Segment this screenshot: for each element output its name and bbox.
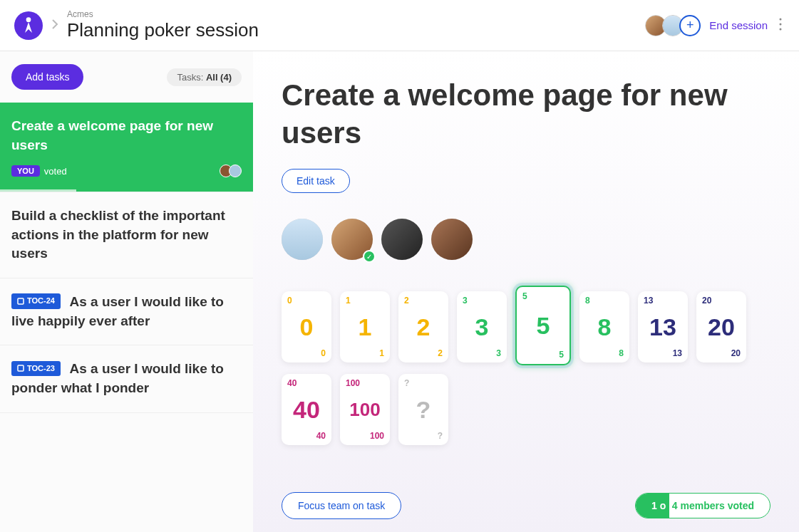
- card-corner: ?: [404, 378, 409, 388]
- sidebar: Add tasks Tasks: All (4) Create a welcom…: [0, 51, 253, 532]
- main-panel: Create a welcome page for new users Edit…: [253, 51, 799, 532]
- layout: Add tasks Tasks: All (4) Create a welcom…: [0, 51, 799, 532]
- add-member-button[interactable]: +: [679, 15, 701, 36]
- poker-card-13[interactable]: 131313: [638, 291, 688, 363]
- tasks-filter[interactable]: Tasks: All (4): [167, 68, 242, 86]
- task-item[interactable]: Create a welcome page for new users YOU …: [0, 103, 253, 192]
- header-right: + End session: [645, 15, 785, 36]
- tasks-filter-value: All (4): [206, 72, 232, 83]
- check-icon: ✓: [363, 250, 376, 263]
- link-icon: [17, 365, 24, 372]
- card-value: 1: [359, 313, 372, 341]
- vote-badge: YOU voted: [11, 165, 67, 177]
- edit-task-button[interactable]: Edit task: [282, 169, 350, 193]
- sidebar-header: Add tasks Tasks: All (4): [0, 51, 253, 103]
- participants: ✓: [282, 219, 770, 260]
- svg-point-3: [780, 28, 782, 30]
- cards-grid: 0001112223335558881313132020204040401001…: [282, 291, 770, 445]
- card-corner: 3: [496, 348, 501, 358]
- card-value: 2: [417, 313, 431, 341]
- card-corner: 1: [379, 348, 384, 358]
- card-value: 40: [293, 396, 320, 424]
- card-corner: 0: [287, 296, 292, 306]
- card-corner: 8: [585, 296, 590, 306]
- participant-avatar[interactable]: ✓: [331, 219, 373, 260]
- voted-status-text: 1 of 4 members voted: [636, 494, 770, 518]
- svg-rect-5: [18, 365, 24, 371]
- menu-dots-icon[interactable]: [776, 15, 785, 36]
- end-session-button[interactable]: End session: [709, 19, 768, 31]
- card-corner: 20: [731, 348, 741, 358]
- bottom-bar: Focus team on task 1 of 4 members voted: [282, 492, 770, 519]
- task-meta: YOU voted: [11, 165, 242, 177]
- poker-card-40[interactable]: 404040: [282, 374, 331, 445]
- add-tasks-button[interactable]: Add tasks: [11, 64, 83, 90]
- chevron-right-icon: [51, 19, 58, 33]
- poker-card-1[interactable]: 111: [340, 291, 390, 363]
- card-corner: 100: [346, 378, 360, 388]
- card-corner: 5: [522, 291, 527, 301]
- card-value: 20: [708, 313, 735, 341]
- card-corner: 40: [316, 431, 326, 441]
- toc-badge: TOC-24: [11, 293, 61, 308]
- card-corner: 0: [321, 348, 326, 358]
- logo-icon: [21, 16, 36, 36]
- card-value: 5: [537, 312, 550, 340]
- poker-card-3[interactable]: 333: [457, 291, 507, 363]
- svg-rect-4: [18, 298, 24, 304]
- card-corner: 5: [559, 350, 564, 360]
- participant-avatar[interactable]: [282, 219, 323, 260]
- poker-card-2[interactable]: 222: [398, 291, 448, 363]
- mini-avatars: [223, 165, 242, 177]
- card-corner: ?: [438, 431, 443, 441]
- tasks-filter-label: Tasks:: [177, 72, 205, 83]
- card-value: 8: [598, 313, 612, 341]
- app-logo[interactable]: [14, 11, 43, 40]
- card-corner: 1: [346, 296, 351, 306]
- poker-card-20[interactable]: 202020: [696, 291, 746, 363]
- voted-label: voted: [44, 166, 67, 177]
- poker-card-?[interactable]: ???: [398, 374, 448, 445]
- task-title: Build a checklist of the important actio…: [11, 207, 242, 264]
- participant-avatar[interactable]: [431, 219, 473, 260]
- svg-point-1: [780, 18, 782, 20]
- card-value: 13: [649, 313, 676, 341]
- card-corner: 13: [644, 296, 653, 306]
- mini-avatar: [229, 165, 242, 177]
- card-corner: 2: [438, 348, 443, 358]
- task-item[interactable]: TOC-24 As a user I would like to live ha…: [0, 278, 253, 345]
- main-task-title: Create a welcome page for new users: [282, 77, 770, 152]
- header: Acmes Planning poker session + End sessi…: [0, 0, 799, 51]
- voted-status: 1 of 4 members voted: [635, 493, 770, 518]
- card-value: 100: [349, 399, 380, 421]
- focus-team-button[interactable]: Focus team on task: [282, 492, 401, 519]
- header-avatar-group: +: [645, 15, 701, 36]
- card-value: 3: [475, 313, 489, 341]
- you-pill: YOU: [11, 165, 40, 177]
- poker-card-5[interactable]: 555: [515, 286, 571, 365]
- card-corner: 100: [370, 431, 384, 441]
- header-left: Acmes Planning poker session: [14, 9, 259, 41]
- card-corner: 20: [702, 296, 711, 306]
- svg-point-0: [26, 17, 31, 22]
- title-group: Acmes Planning poker session: [67, 9, 259, 41]
- poker-card-100[interactable]: 100100100: [340, 374, 390, 445]
- poker-card-0[interactable]: 000: [282, 291, 331, 363]
- link-icon: [17, 298, 24, 305]
- session-title: Planning poker session: [67, 19, 259, 41]
- participant-avatar[interactable]: [381, 219, 423, 260]
- task-title: TOC-24 As a user I would like to live ha…: [11, 293, 242, 330]
- poker-card-8[interactable]: 888: [579, 291, 629, 363]
- task-title: Create a welcome page for new users: [11, 117, 242, 155]
- task-item[interactable]: TOC-23 As a user I would like to ponder …: [0, 345, 253, 412]
- card-value: 0: [300, 313, 314, 341]
- task-title: TOC-23 As a user I would like to ponder …: [11, 360, 242, 397]
- svg-point-2: [780, 23, 782, 25]
- card-corner: 13: [673, 348, 682, 358]
- toc-badge: TOC-23: [11, 361, 61, 376]
- card-value: ?: [416, 396, 431, 424]
- breadcrumb[interactable]: Acmes: [67, 9, 259, 19]
- card-corner: 40: [287, 378, 297, 388]
- task-item[interactable]: Build a checklist of the important actio…: [0, 192, 253, 278]
- card-corner: 2: [404, 296, 409, 306]
